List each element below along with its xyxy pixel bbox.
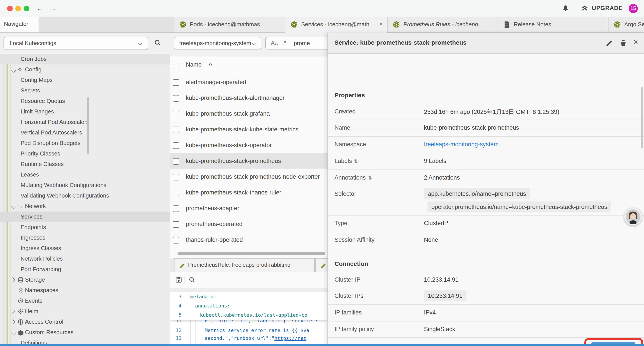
tab-release-notes[interactable]: Release Notes: [498, 17, 608, 32]
kubeconfig-select[interactable]: Local Kubeconfigs: [4, 37, 148, 50]
tab-services[interactable]: Services - icecheng@math... ×: [286, 17, 388, 33]
row-checkbox[interactable]: [173, 79, 179, 86]
table-row[interactable]: kube-prometheus-stack-alertmanager: [170, 90, 328, 106]
horizontal-scrollbar-thumb[interactable]: [178, 252, 325, 255]
table-row[interactable]: kube-prometheus-stack-prometheus-node-ex…: [170, 169, 328, 185]
bell-icon[interactable]: [562, 5, 569, 12]
sidebar-item-access-control[interactable]: Access Control: [0, 317, 170, 327]
sidebar-item-ingresses[interactable]: Ingresses: [0, 233, 170, 243]
sidebar-item-namespaces[interactable]: Namespaces: [0, 285, 170, 296]
row-checkbox[interactable]: [173, 205, 179, 212]
row-checkbox[interactable]: [173, 127, 179, 133]
row-checkbox[interactable]: [173, 111, 179, 117]
row-checkbox[interactable]: [173, 158, 179, 165]
table-row[interactable]: prometheus-operated: [170, 216, 328, 233]
sidebar-item-config-maps[interactable]: Config Maps: [0, 75, 170, 85]
window-minimize-button[interactable]: [15, 6, 21, 11]
upgrade-chevrons-icon[interactable]: [581, 5, 588, 12]
service-name: thanos-ruler-operated: [186, 232, 243, 248]
sidebar-item-storage[interactable]: Storage: [0, 275, 170, 285]
sidebar-item-port-forwarding[interactable]: Port Forwarding: [0, 264, 170, 275]
sidebar-item-priority-classes[interactable]: Priority Classes: [0, 148, 170, 159]
edit-pencil-icon[interactable]: [606, 39, 613, 47]
upgrade-label[interactable]: UPGRADE: [592, 5, 623, 11]
forward-arrow-icon[interactable]: →: [49, 3, 56, 13]
yaml-editor[interactable]: 3metadata: 4annotations: 5kubectl.kubern…: [170, 292, 328, 346]
sidebar-item-validating-webhook-configurations[interactable]: Validating Webhook Configurations: [0, 191, 170, 201]
row-checkbox[interactable]: [173, 237, 179, 244]
sidebar-item-helm[interactable]: Helm: [0, 306, 170, 317]
table-row[interactable]: kube-prometheus-stack-operator: [170, 137, 328, 154]
save-icon[interactable]: [175, 276, 182, 283]
match-case-toggle[interactable]: Aa: [271, 40, 278, 46]
sidebar-item-label: Namespaces: [25, 285, 58, 296]
sidebar-item-ingress-classes[interactable]: Ingress Classes: [0, 243, 170, 254]
table-row[interactable]: alertmanager-operated: [170, 74, 328, 91]
sidebar-item-cron-jobs[interactable]: Cron Jobs: [0, 54, 170, 64]
search-icon[interactable]: [188, 276, 196, 283]
editor-tab-prometheusrule[interactable]: PrometheusRule: freeleaps-prod-rabbitmq: [174, 258, 315, 272]
name-column-header[interactable]: Name: [186, 61, 202, 68]
sort-icon[interactable]: ⇅: [354, 159, 358, 164]
namespace-link[interactable]: freeleaps-monitoring-system: [424, 141, 499, 148]
sidebar-item-secrets[interactable]: Secrets: [0, 85, 170, 96]
window-close-button[interactable]: [7, 6, 13, 11]
sidebar-item-runtime-classes[interactable]: Runtime Classes: [0, 159, 170, 169]
avatar[interactable]: [624, 208, 642, 226]
sidebar-item-events[interactable]: Events: [0, 296, 170, 306]
table-row[interactable]: kube-prometheus-stack-grafana: [170, 106, 328, 122]
pencil-icon: [179, 262, 186, 269]
table-row[interactable]: kube-prometheus-stack-thanos-ruler: [170, 185, 328, 201]
sidebar-item-resource-quotas[interactable]: Resource Quotas: [0, 96, 170, 106]
tab-pods[interactable]: Pods - icecheng@mathmas...: [174, 17, 286, 32]
trash-icon[interactable]: [620, 39, 627, 47]
select-all-checkbox[interactable]: [173, 63, 179, 69]
sidebar-item-mutating-webhook-configurations[interactable]: Mutating Webhook Configurations: [0, 180, 170, 191]
row-checkbox[interactable]: [173, 142, 179, 149]
search-input[interactable]: Aa .* prome: [265, 37, 328, 49]
sidebar-item-label: Resource Quotas: [20, 96, 65, 106]
tab-close-icon[interactable]: ×: [379, 20, 383, 27]
code-link[interactable]: https://net: [274, 336, 306, 341]
tab-argo[interactable]: Argo Se: [608, 17, 644, 32]
row-checkbox[interactable]: [173, 95, 179, 102]
notification-badge[interactable]: 15: [629, 4, 638, 13]
tab-prometheus-rules[interactable]: Prometheus Rules - icecheng...: [388, 17, 498, 32]
table-row[interactable]: kube-prometheus-stack-kube-state-metrics: [170, 122, 328, 138]
sort-icon[interactable]: ⇅: [368, 175, 372, 180]
sidebar-item-label: Network: [25, 201, 46, 212]
sidebar-item-endpoints[interactable]: Endpoints: [0, 222, 170, 233]
editor-tab-partial[interactable]: [315, 258, 328, 272]
navigator-tab[interactable]: Navigator: [0, 17, 39, 32]
property-label: Namespace: [334, 141, 366, 148]
namespace-select[interactable]: freeleaps-monitoring-system: [174, 37, 261, 49]
panel-scrollbar-thumb[interactable]: [641, 87, 643, 148]
back-arrow-icon[interactable]: ←: [36, 3, 44, 13]
sidebar-item-limit-ranges[interactable]: Limit Ranges: [0, 106, 170, 117]
sidebar-item-custom-resources[interactable]: Custom Resources: [0, 327, 170, 338]
service-name: prometheus-adapter: [186, 201, 239, 216]
window-zoom-button[interactable]: [24, 6, 29, 11]
sidebar-item-network[interactable]: ↑↓Network: [0, 201, 170, 212]
table-row[interactable]: thanos-ruler-operated: [170, 232, 328, 248]
close-icon[interactable]: ×: [634, 38, 638, 47]
service-name: kube-prometheus-stack-thanos-ruler: [186, 185, 281, 201]
sidebar-scrollbar-thumb[interactable]: [87, 97, 89, 154]
sidebar-item-pod-disruption-budgets[interactable]: Pod Disruption Budgets: [0, 138, 170, 148]
table-row-selected[interactable]: kube-prometheus-stack-prometheus: [170, 153, 328, 169]
sidebar-item-leases[interactable]: Leases: [0, 169, 170, 180]
table-row[interactable]: prometheus-adapter: [170, 201, 328, 217]
search-icon[interactable]: [154, 39, 161, 46]
sidebar-item-horizontal-pod-autoscalers[interactable]: Horizontal Pod Autoscalers: [0, 117, 170, 127]
sidebar-item-network-policies[interactable]: Network Policies: [0, 254, 170, 264]
sidebar-item-vertical-pod-autoscalers[interactable]: Vertical Pod Autoscalers: [0, 127, 170, 138]
row-checkbox[interactable]: [173, 190, 179, 196]
row-checkbox[interactable]: [173, 174, 179, 180]
row-checkbox[interactable]: [173, 221, 179, 228]
service-name: prometheus-operated: [186, 216, 242, 232]
sidebar-item-config[interactable]: ⚙Config: [0, 64, 170, 75]
regex-toggle[interactable]: .*: [282, 40, 286, 46]
sidebar-item-services[interactable]: Services: [0, 212, 170, 222]
sort-ascending-icon[interactable]: ^: [209, 61, 212, 68]
code-text: second.","runbook_url":": [205, 336, 274, 341]
